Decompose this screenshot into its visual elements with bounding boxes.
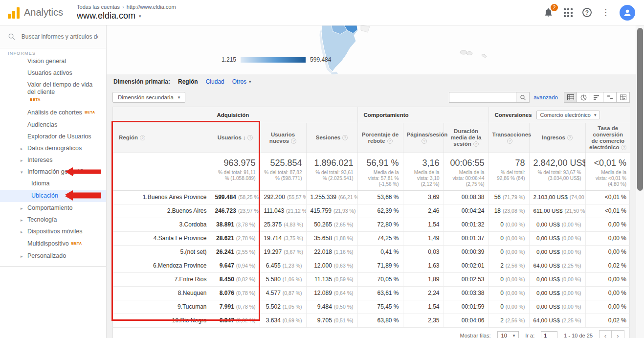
sidebar-item-an-lisis-de-cohortes[interactable]: Análisis de cohortesBETA — [0, 106, 106, 119]
column-header-sessions[interactable]: Sesiones? — [306, 123, 357, 153]
column-header-new_users[interactable]: Usuarios nuevos? — [260, 123, 306, 153]
scrollbar-thumb[interactable] — [637, 28, 643, 191]
advanced-search-link[interactable]: avanzado — [533, 94, 558, 100]
help-icon[interactable]: ? — [387, 138, 393, 144]
sidebar-item-datos-demogr-ficos[interactable]: ▸Datos demográficos — [0, 142, 106, 154]
sidebar-item-comportamiento[interactable]: ▸Comportamiento — [0, 202, 106, 214]
sidebar-item-idioma[interactable]: Idioma — [0, 178, 106, 190]
column-header-pages[interactable]: Páginas/sesión? — [403, 123, 444, 153]
region-link[interactable]: Entre Rios — [179, 276, 206, 283]
table-search-input[interactable] — [449, 92, 516, 103]
chevron-right-icon[interactable]: ▸ — [21, 205, 23, 212]
table-row: 8.Neuquen8.076(0,78 %)4.577(0,87 %)12.08… — [113, 286, 630, 300]
chevron-right-icon[interactable]: ▸ — [21, 228, 23, 236]
analytics-logo-icon[interactable] — [8, 7, 20, 19]
column-header-bounce[interactable]: Porcentaje de rebote? — [357, 123, 403, 153]
help-icon[interactable]: ? — [342, 135, 348, 140]
region-link[interactable]: Cordoba — [184, 221, 206, 228]
cell-pages: 3,69 — [403, 190, 444, 204]
dimension-region[interactable]: Región — [178, 78, 198, 85]
sidebar-item-valor-del-tiempo-de-vida-del-cliente[interactable]: Valor del tiempo de vida del clienteBETA — [0, 79, 106, 106]
sidebar-item-audiencias[interactable]: Audiencias — [0, 119, 106, 131]
avatar[interactable] — [620, 5, 635, 21]
rows-per-page-select[interactable]: 10 ▾ — [497, 331, 519, 338]
sidebar-item-visi-n-general[interactable]: Visión general — [0, 55, 106, 67]
help-icon[interactable]: ? — [422, 138, 427, 144]
chevron-right-icon[interactable]: ▸ — [21, 145, 23, 153]
comparison-view-button[interactable] — [603, 92, 617, 103]
sidebar-item-informaci-n-geogr-fica[interactable]: ▾Información geográfica — [0, 166, 106, 178]
region-link[interactable]: Rio Negro — [180, 317, 206, 324]
sidebar-item-label: Valor del tiempo de vida del cliente — [27, 81, 101, 96]
geo-map[interactable] — [302, 25, 498, 74]
region-link[interactable]: Tucuman — [182, 303, 207, 310]
table-row: 9.Tucuman7.991(0,78 %)5.502(1,05 %)9.484… — [113, 300, 630, 314]
sidebar-item-tecnolog-a[interactable]: ▸Tecnología — [0, 214, 106, 225]
region-link[interactable]: (not set) — [185, 248, 206, 255]
sidebar-item-intereses[interactable]: ▸Intereses — [0, 154, 106, 166]
region-link[interactable]: Santa Fe Province — [158, 235, 207, 242]
chevron-down-icon[interactable]: ▾ — [21, 169, 23, 176]
secondary-dimension-button[interactable]: Dimensión secundaria ▾ — [112, 92, 185, 103]
help-icon[interactable]: ? — [473, 141, 479, 147]
chevron-right-icon[interactable]: ▸ — [21, 157, 23, 164]
sidebar-item-personalizado[interactable]: ▸Personalizado — [0, 250, 106, 262]
help-icon[interactable]: ? — [582, 8, 592, 17]
sidebar-search[interactable] — [0, 25, 106, 48]
chevron-right-icon[interactable]: ▸ — [21, 253, 23, 260]
help-icon[interactable]: ? — [507, 138, 512, 144]
chevron-right-icon[interactable]: ▸ — [21, 217, 23, 224]
ecommerce-selector[interactable]: Comercio electrónico ▾ — [536, 111, 600, 119]
region-link[interactable]: Buenos Aires Province — [148, 194, 207, 201]
sidebar-item-dispositivos-m-viles[interactable]: ▸Dispositivos móviles — [0, 225, 106, 237]
help-icon[interactable]: ? — [247, 135, 253, 140]
table-view-button[interactable] — [564, 92, 577, 103]
region-link[interactable]: Mendoza Province — [158, 262, 206, 269]
table-search-button[interactable] — [516, 92, 530, 103]
sidebar-item-usuarios-activos[interactable]: Usuarios activos — [0, 67, 106, 79]
apps-grid-icon[interactable] — [564, 8, 573, 17]
cell-rate: <0,01 % — [585, 190, 630, 204]
column-header-users[interactable]: Usuarios↓? — [211, 123, 260, 153]
vertical-scrollbar[interactable] — [636, 25, 644, 338]
percentage-view-button[interactable] — [577, 92, 590, 103]
dimension-ciudad[interactable]: Ciudad — [206, 78, 224, 85]
help-icon[interactable]: ? — [567, 135, 573, 140]
column-header-revenue[interactable]: Ingresos? — [529, 123, 585, 153]
region-link[interactable]: Buenos Aires — [172, 207, 207, 214]
cell-duration: 00:01:37 — [444, 231, 489, 245]
sidebar-item-multidispositivo[interactable]: MultidispositivoBETA — [0, 237, 106, 250]
search-input[interactable] — [22, 33, 98, 40]
more-menu-icon[interactable]: ⋮ — [601, 8, 610, 17]
region-link[interactable]: Neuquen — [183, 290, 207, 296]
cell-users: 599.484(58,25 %) — [211, 190, 260, 204]
next-page-button[interactable]: › — [612, 330, 624, 338]
performance-view-button[interactable] — [590, 92, 603, 103]
group-blank-cell — [113, 107, 211, 123]
breadcrumb-property[interactable]: http://www.eldia.com — [127, 4, 176, 10]
cell-rate: <0,01 % — [585, 204, 630, 218]
cell-new_users: 19.714(3,75 %) — [260, 231, 306, 245]
help-icon[interactable]: ? — [140, 135, 145, 140]
breadcrumb-accounts[interactable]: Todas las cuentas — [77, 4, 120, 10]
pivot-view-button[interactable] — [617, 92, 630, 103]
notifications-button[interactable]: 2 — [543, 7, 554, 18]
reports-section-label: INFORMES — [0, 48, 106, 55]
column-header-duration[interactable]: Duración media de la sesión? — [444, 123, 489, 153]
row-rank: 7. — [167, 276, 179, 283]
sidebar-item-label: Tecnología — [27, 216, 57, 224]
column-header-transactions[interactable]: Transacciones? — [489, 123, 529, 153]
help-icon[interactable]: ? — [621, 145, 626, 150]
data-table-card: Adquisición Comportamiento Conversiones … — [112, 107, 630, 338]
sidebar-item-explorador-de-usuarios[interactable]: Explorador de Usuarios — [0, 131, 106, 142]
account-switcher[interactable]: www.eldia.com ▾ — [77, 11, 176, 21]
sidebar-item-label: Multidispositivo — [27, 240, 69, 248]
column-header-rate[interactable]: Tasa de conversión de comercio electróni… — [585, 123, 630, 153]
sidebar-item-ubicaci-n[interactable]: Ubicación — [0, 190, 106, 202]
previous-page-button[interactable]: ‹ — [599, 330, 612, 338]
cell-sessions: 11.135(0,59 %) — [306, 272, 357, 286]
dimension-otros[interactable]: Otros▾ — [232, 78, 251, 85]
help-icon[interactable]: ? — [291, 138, 296, 144]
column-header-region[interactable]: Región? — [113, 123, 211, 153]
goto-page-input[interactable] — [541, 331, 557, 338]
